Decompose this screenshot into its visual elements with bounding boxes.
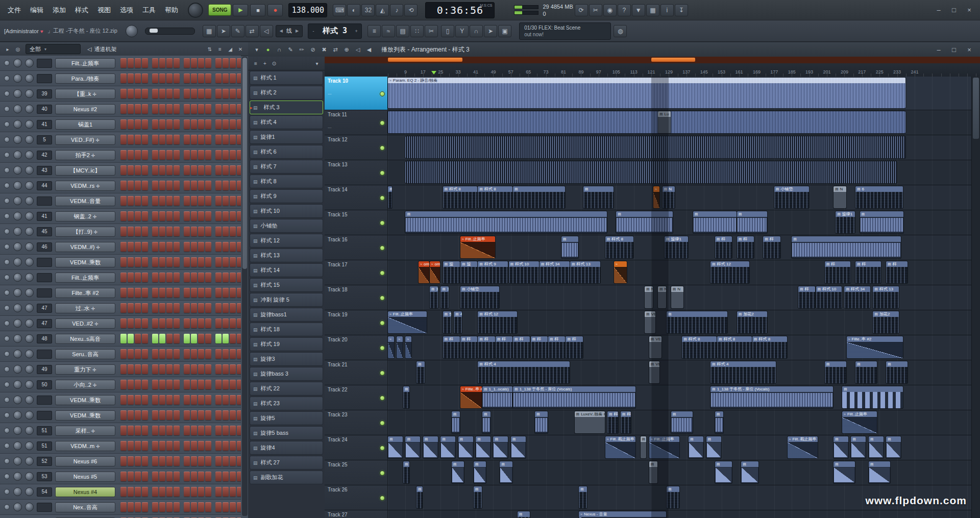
channel-volume-knob[interactable] <box>25 457 34 465</box>
track-header[interactable]: Track 10 ... <box>325 77 388 110</box>
step-cell[interactable] <box>128 472 134 481</box>
channel-power-led[interactable] <box>4 60 10 66</box>
rack-scrollbar[interactable] <box>242 57 248 516</box>
step-cell[interactable] <box>152 441 158 451</box>
step-cell[interactable] <box>174 181 180 190</box>
channel-volume-knob[interactable] <box>25 304 34 312</box>
step-cell[interactable] <box>120 441 127 451</box>
channel-name-button[interactable]: VED..F#) ✛ <box>55 135 115 145</box>
step-cell[interactable] <box>142 502 148 512</box>
channel-name-button[interactable]: Nexus #4 <box>55 487 115 497</box>
step-cell[interactable] <box>166 73 173 83</box>
step-cell[interactable] <box>166 334 173 343</box>
track-mute-led[interactable] <box>380 346 385 351</box>
channel-power-led[interactable] <box>4 489 10 495</box>
pattern-item[interactable]: ▤ 样式 22 <box>250 382 323 396</box>
step-cell[interactable] <box>120 288 127 298</box>
playlist-clip[interactable]: ▤ <box>458 436 473 458</box>
channel-power-led[interactable] <box>4 458 10 464</box>
step-cell[interactable] <box>237 273 241 282</box>
step-cell[interactable] <box>215 410 222 420</box>
step-cell[interactable] <box>223 135 229 144</box>
step-cell[interactable] <box>174 211 180 221</box>
channel-name-button[interactable]: 【打..9) ✛ <box>55 227 115 237</box>
channel-volume-knob[interactable] <box>25 196 34 205</box>
channel-volume-knob[interactable] <box>25 135 34 144</box>
step-cell[interactable] <box>166 380 173 389</box>
step-cell[interactable] <box>184 303 190 313</box>
step-cell[interactable] <box>174 196 180 206</box>
step-cell[interactable] <box>198 502 204 512</box>
step-cell[interactable] <box>120 303 127 313</box>
channel-power-led[interactable] <box>4 336 10 341</box>
step-cell[interactable] <box>215 395 222 405</box>
pattern-item[interactable]: ▤ 样式 8 <box>250 175 323 188</box>
channel-volume-knob[interactable] <box>25 380 34 389</box>
channel-power-led[interactable] <box>4 152 10 158</box>
channel-power-led[interactable] <box>4 275 10 280</box>
channel-name-button[interactable]: Nexus #6 <box>55 456 115 466</box>
playlist-clip[interactable]: ▤ <box>388 436 403 458</box>
step-cell[interactable] <box>198 257 204 267</box>
step-cell[interactable] <box>191 288 197 298</box>
step-cell[interactable] <box>159 334 165 343</box>
step-cell[interactable] <box>184 242 190 252</box>
step-cell[interactable] <box>184 135 190 144</box>
step-cell[interactable] <box>128 456 134 466</box>
step-cell[interactable] <box>142 273 148 282</box>
step-cell[interactable] <box>205 288 211 298</box>
track-mute-led[interactable] <box>380 396 385 401</box>
pattern-item[interactable]: ▤ 样式 27 <box>250 456 323 470</box>
step-cell[interactable] <box>237 165 241 175</box>
step-cell[interactable] <box>184 119 190 129</box>
track-header[interactable]: Track 18 <box>325 285 388 310</box>
step-cell[interactable] <box>230 364 236 374</box>
step-cell[interactable] <box>166 288 173 298</box>
step-cell[interactable] <box>215 135 222 144</box>
step-cell[interactable] <box>128 288 134 298</box>
step-cell[interactable] <box>128 227 134 236</box>
step-cell[interactable] <box>223 227 229 236</box>
channel-pan-knob[interactable] <box>13 319 22 328</box>
step-cell[interactable] <box>152 380 158 389</box>
step-cell[interactable] <box>159 196 165 206</box>
step-cell[interactable] <box>230 242 236 252</box>
menu-视图[interactable]: 视图 <box>93 4 115 16</box>
channel-pan-knob[interactable] <box>13 396 22 404</box>
playlist-clip[interactable]: ≈Filt..止频率 <box>460 236 495 258</box>
steps-view-icon[interactable]: ≡ <box>215 43 225 55</box>
step-cell[interactable] <box>128 150 134 160</box>
step-cell[interactable] <box>128 380 134 389</box>
step-cell[interactable] <box>135 119 141 129</box>
step-cell[interactable] <box>223 441 229 451</box>
pattern-add-icon[interactable]: + <box>261 58 269 69</box>
playlist-clip[interactable]: ▤3 <box>430 286 438 308</box>
playlist-clip[interactable]: ▤样 <box>388 186 392 208</box>
playlist-clip[interactable]: ▤ <box>792 236 901 258</box>
menu-文件[interactable]: 文件 <box>3 4 26 16</box>
step-cell[interactable] <box>230 502 236 512</box>
pattern-next-button[interactable]: + <box>353 29 359 34</box>
step-cell[interactable] <box>142 426 148 435</box>
pattern-item[interactable]: ▤ 旋律5 bass <box>250 426 323 440</box>
channel-volume-knob[interactable] <box>25 396 34 404</box>
step-cell[interactable] <box>198 334 204 343</box>
step-cell[interactable] <box>120 119 127 129</box>
playlist-clip[interactable]: ▤ <box>667 486 679 508</box>
step-cell[interactable] <box>128 334 134 343</box>
playlist-clip[interactable]: ▤样式 8 <box>682 336 717 358</box>
step-cell[interactable] <box>159 472 165 481</box>
channel-power-led[interactable] <box>4 382 10 387</box>
step-cell[interactable] <box>191 119 197 129</box>
menu-帮助[interactable]: 帮助 <box>160 4 183 16</box>
close-button[interactable]: × <box>962 5 976 16</box>
step-cell[interactable] <box>120 89 127 98</box>
step-cell[interactable] <box>159 135 165 144</box>
channel-power-led[interactable] <box>4 167 10 173</box>
channel-pan-knob[interactable] <box>13 380 22 389</box>
playlist-clip[interactable]: ▤样 <box>855 261 881 283</box>
playlist-vertical-scrollbar[interactable] <box>971 77 980 518</box>
step-cell[interactable] <box>237 227 241 236</box>
rack-close-icon[interactable]: ✕ <box>236 43 245 55</box>
step-cell[interactable] <box>198 196 204 206</box>
